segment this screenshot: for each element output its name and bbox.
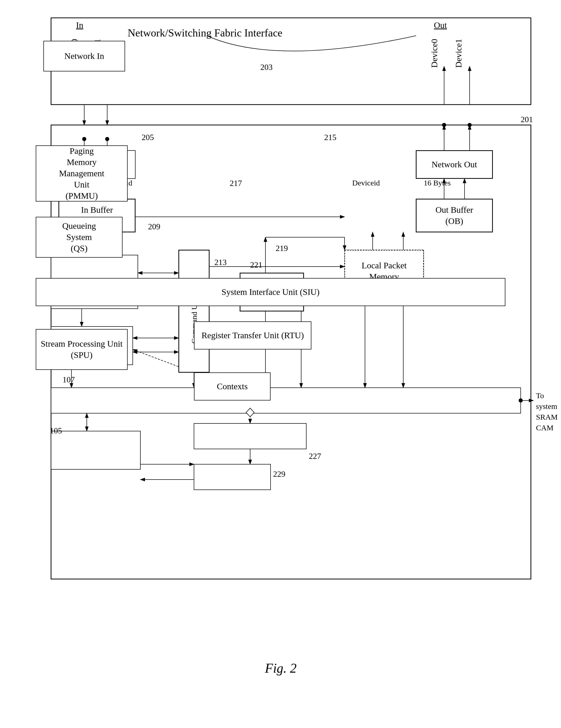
spu-box: Stream Processing Unit(SPU): [36, 329, 128, 370]
svg-rect-55: [51, 431, 140, 469]
out-label: Out: [434, 20, 447, 30]
device1-out-label: Device1: [454, 39, 464, 68]
svg-rect-60: [194, 464, 270, 490]
diagram-container: Network/Switching Fabric Interface In De…: [20, 15, 541, 691]
label-105: 105: [50, 426, 62, 435]
network-in-box: Network In: [43, 41, 125, 71]
svg-point-63: [519, 398, 523, 403]
label-215: 215: [324, 133, 337, 142]
svg-point-46: [442, 123, 446, 127]
fig-label: Fig. 2: [265, 661, 297, 676]
svg-marker-58: [246, 408, 254, 417]
label-213: 213: [214, 258, 227, 267]
label-229: 229: [273, 469, 286, 479]
svg-point-47: [468, 123, 472, 127]
label-209: 209: [148, 222, 160, 231]
pmmu-box: PagingMemoryManagementUnit(PMMU): [36, 145, 128, 202]
label-203: 203: [260, 62, 272, 72]
label-deviceid-out: Deviceid: [352, 179, 380, 187]
to-system-label: To system SRAM CAM: [536, 390, 558, 433]
svg-rect-48: [51, 388, 521, 413]
label-201: 201: [521, 115, 533, 124]
network-out-box: Network Out: [416, 150, 493, 179]
label-219: 219: [275, 244, 288, 253]
device0-out-label: Device0: [430, 39, 439, 68]
label-16-bytes-out: 16 Bytes: [424, 179, 451, 187]
label-227: 227: [309, 451, 321, 461]
svg-point-10: [82, 137, 86, 141]
rtu-box: Register Transfer Unit (RTU): [194, 321, 312, 349]
label-107: 107: [62, 375, 75, 384]
outer-box-label: Network/Switching Fabric Interface: [128, 27, 282, 39]
in-label: In: [76, 20, 83, 30]
svg-rect-56: [194, 423, 306, 449]
svg-point-11: [105, 137, 109, 141]
label-217: 217: [230, 179, 242, 188]
out-buffer-box: Out Buffer(OB): [416, 199, 493, 232]
label-221: 221: [250, 260, 262, 270]
label-205: 205: [142, 133, 154, 142]
siu-box: System Interface Unit (SIU): [36, 278, 505, 306]
cu-box: Command Unit (CU): [179, 250, 209, 372]
contexts-box: Contexts: [194, 372, 270, 400]
qs-box: QueueingSystem(QS): [36, 217, 122, 258]
